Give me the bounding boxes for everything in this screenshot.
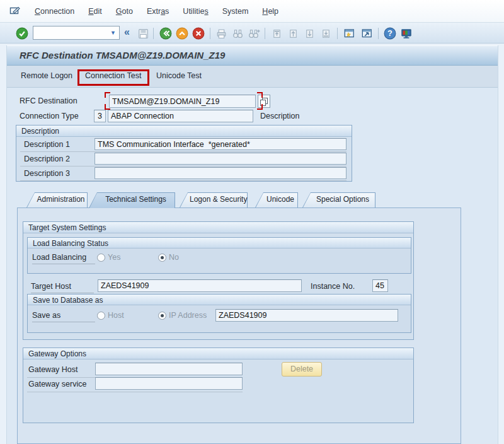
radio-dot-selected [158,312,166,320]
previous-page-icon[interactable] [286,26,300,40]
description-row: Description 3 [20,166,346,181]
unicode-test-button[interactable]: Unicode Test [156,71,202,80]
menu-system[interactable]: System [215,4,256,18]
description-group: Description Description 1 Description 2 … [16,125,352,182]
enter-icon[interactable] [15,26,29,40]
annotation-box-connection-test [77,69,149,86]
command-dropdown-arrow[interactable]: ▼ [107,30,119,36]
save-as-host-radio[interactable]: Host [97,311,124,320]
create-shortcut-icon[interactable] [360,26,374,40]
menu-bar: Connection Edit Goto Extras Utilities Sy… [0,0,504,23]
menu-utilities[interactable]: Utilities [176,4,215,18]
find-next-icon[interactable] [247,26,261,40]
standard-toolbar: ▼ « [0,23,504,44]
description-row: Description 2 [20,152,346,166]
toolbar-separator [153,28,154,39]
first-page-icon[interactable] [270,26,284,40]
instance-no-label: Instance No. [311,282,355,291]
rfc-destination-input[interactable] [109,95,256,108]
screen-area: RFC Destination TMSADM@Z19.DOMAIN_Z19 Re… [6,45,498,444]
back-icon[interactable] [159,26,173,40]
tab-special-options[interactable]: Special Options [302,192,375,207]
menu-help[interactable]: Help [255,4,285,18]
command-input[interactable] [33,28,107,37]
load-balancing-yes-radio[interactable]: Yes [97,253,120,262]
collapse-chevron-icon[interactable]: « [124,26,130,38]
description3-label: Description 3 [24,169,70,178]
row-separator [27,392,243,392]
save-icon[interactable] [136,26,150,40]
ip-address-input[interactable] [215,309,398,322]
radio-dot [97,312,105,320]
load-balancing-status-title: Load Balancing Status [28,238,411,248]
gateway-service-label: Gateway service [28,380,86,389]
save-to-database-group: Save to Database as Save as Host IP Addr… [27,294,411,333]
connection-type-label: Connection Type [20,112,79,120]
target-host-input[interactable] [98,279,302,292]
toolbar-separator [337,28,338,39]
last-page-icon[interactable] [319,26,333,40]
load-balancing-status-group: Load Balancing Status Load Balancing Yes… [27,237,411,274]
menu-edit[interactable]: Edit [81,4,109,18]
connection-type-text-input[interactable] [108,110,253,122]
sap-session-menu-icon[interactable] [9,6,21,17]
radio-dot-selected [158,254,166,262]
new-session-icon[interactable] [342,26,356,40]
tab-administration[interactable]: Administration [26,192,88,207]
gateway-service-input[interactable] [95,377,243,390]
description1-label: Description 1 [24,140,70,149]
cancel-icon[interactable] [192,26,205,40]
radio-dot [97,254,105,262]
instance-no-input[interactable] [372,279,388,292]
exit-icon[interactable] [175,26,189,40]
tab-unicode[interactable]: Unicode [255,192,298,207]
menu-connection[interactable]: Connection [28,4,81,18]
save-as-ip-address-radio[interactable]: IP Address [158,311,207,320]
page-title: RFC Destination TMSADM@Z19.DOMAIN_Z19 [20,50,225,61]
rfc-destination-label: RFC Destination [20,96,77,105]
technical-settings-panel: Target System Settings Load Balancing St… [17,207,461,444]
description-side-label: Description [260,112,300,120]
description1-input[interactable] [94,138,346,150]
print-icon[interactable] [214,26,228,40]
rfc-destination-form: RFC Destination Connection Type Descript… [7,88,498,444]
description3-input[interactable] [94,167,346,179]
load-balancing-no-radio[interactable]: No [158,253,179,262]
description2-input[interactable] [94,153,346,165]
description2-label: Description 2 [24,155,70,163]
svg-text:?: ? [387,28,392,38]
remote-logon-button[interactable]: Remote Logon [21,71,72,80]
connection-type-code-input[interactable] [94,110,106,122]
next-page-icon[interactable] [302,26,316,40]
help-icon[interactable]: ? [383,26,397,40]
toolbar-separator [378,28,379,39]
save-as-label: Save as [32,311,95,322]
load-balancing-label: Load Balancing [32,253,95,264]
tab-technical-settings[interactable]: Technical Settings [89,192,175,208]
target-system-settings-group: Target System Settings Load Balancing St… [23,221,414,340]
menu-goto[interactable]: Goto [109,4,140,18]
target-host-label: Target Host [31,282,94,293]
description-group-title: Description [16,126,352,137]
delete-button[interactable]: Delete [282,362,322,377]
menu-extras[interactable]: Extras [140,4,176,18]
copy-destination-icon[interactable] [258,95,270,108]
gateway-host-input[interactable] [95,363,243,375]
title-bar: RFC Destination TMSADM@Z19.DOMAIN_Z19 [7,45,498,66]
command-field[interactable]: ▼ [33,26,120,40]
target-system-settings-title: Target System Settings [23,222,413,233]
sap-gui-window: Connection Edit Goto Extras Utilities Sy… [0,0,504,444]
find-icon[interactable] [231,26,244,40]
gateway-options-group: Gateway Options Gateway Host Delete Gate… [23,348,414,423]
save-to-database-title: Save to Database as [28,295,411,305]
gateway-host-label: Gateway Host [28,365,78,374]
toolbar-separator [265,28,265,39]
gateway-options-title: Gateway Options [23,348,413,359]
customize-layout-icon[interactable] [399,26,413,40]
application-toolbar: Remote Logon Connection Test Unicode Tes… [7,66,498,88]
description-row: Description 1 [20,137,346,152]
toolbar-separator [210,28,210,39]
tab-logon-security[interactable]: Logon & Security [180,192,248,207]
